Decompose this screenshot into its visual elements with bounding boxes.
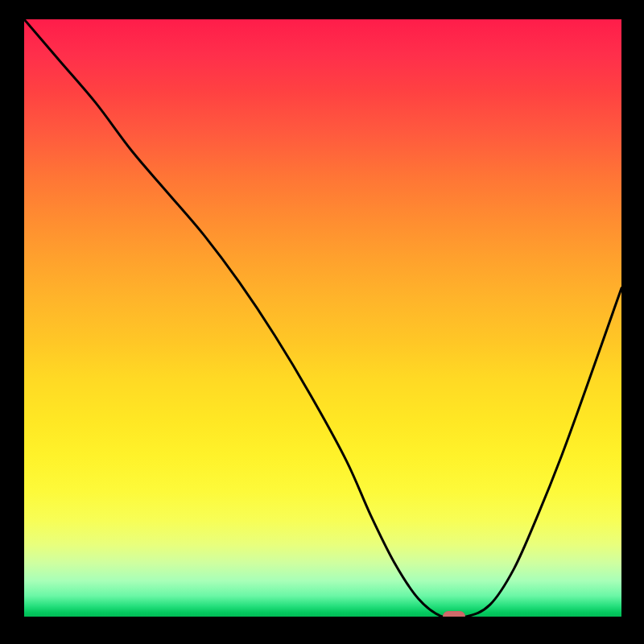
plot-area xyxy=(24,19,621,617)
bottom-border xyxy=(0,617,644,644)
right-border xyxy=(621,0,644,644)
bottleneck-curve xyxy=(24,19,621,617)
left-border xyxy=(0,0,24,644)
top-border xyxy=(0,0,644,19)
